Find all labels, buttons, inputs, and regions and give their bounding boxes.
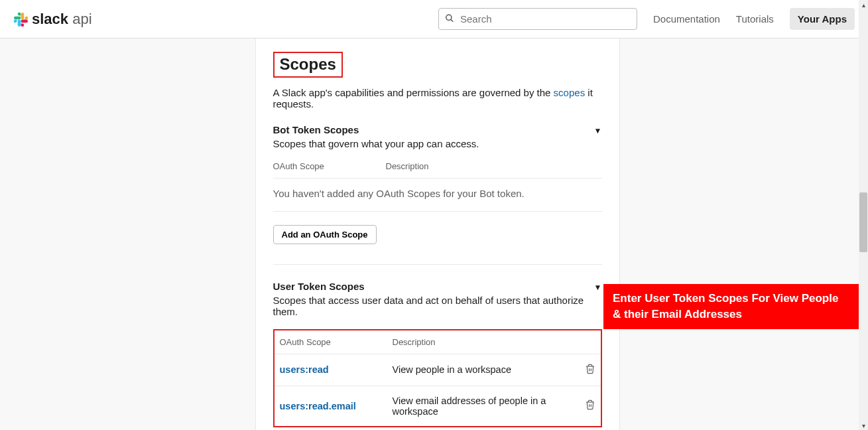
search-wrapper: [438, 8, 637, 30]
brand-sub: api: [72, 11, 92, 27]
user-scopes-subtitle: Scopes that access user data and act on …: [273, 295, 602, 317]
page-title: Scopes: [273, 52, 343, 78]
page-body: Scopes A Slack app's capabilities and pe…: [0, 38, 868, 430]
nav-documentation[interactable]: Documentation: [653, 13, 720, 25]
scroll-thumb[interactable]: [859, 192, 867, 252]
scopes-link[interactable]: scopes: [554, 87, 586, 98]
divider: [273, 264, 602, 265]
col-description: Description: [393, 337, 595, 347]
brand-main: slack: [32, 11, 68, 27]
scope-users-read-email-link[interactable]: users:read.email: [280, 401, 356, 411]
slack-api-logo[interactable]: slack api: [13, 11, 92, 28]
bot-scopes-subtitle: Scopes that govern what your app can acc…: [273, 138, 602, 149]
intro-text: A Slack app's capabilities and permissio…: [273, 87, 602, 109]
search-input[interactable]: [438, 8, 637, 30]
bot-table-header: OAuth Scope Description: [273, 161, 602, 179]
header-right: Documentation Tutorials Your Apps: [438, 8, 855, 30]
top-header: slack api Documentation Tutorials Your A…: [0, 0, 868, 38]
slack-icon: [13, 12, 28, 27]
trash-icon[interactable]: [585, 366, 595, 376]
scroll-down-icon[interactable]: ▾: [859, 421, 868, 430]
search-icon: [445, 13, 454, 25]
scroll-up-icon[interactable]: ▴: [859, 0, 868, 9]
scope-users-read-link[interactable]: users:read: [280, 364, 329, 375]
nav-your-apps[interactable]: Your Apps: [790, 8, 855, 30]
bot-empty-message: You haven't added any OAuth Scopes for y…: [273, 179, 602, 212]
user-table-header: OAuth Scope Description: [275, 330, 601, 354]
user-scopes-title: User Token Scopes: [273, 281, 365, 292]
user-scopes-header[interactable]: User Token Scopes ▼: [273, 281, 602, 295]
caret-down-icon: ▼: [594, 126, 602, 135]
svg-point-0: [446, 15, 452, 20]
col-description: Description: [386, 161, 602, 171]
bot-scopes-title: Bot Token Scopes: [273, 124, 359, 135]
scope-desc: View email addresses of people in a work…: [393, 395, 572, 417]
user-scopes-highlight: OAuth Scope Description users:read View …: [273, 329, 602, 427]
content-panel: Scopes A Slack app's capabilities and pe…: [255, 38, 620, 430]
add-bot-oauth-scope-button[interactable]: Add an OAuth Scope: [273, 225, 377, 244]
svg-line-1: [451, 19, 454, 22]
nav-tutorials[interactable]: Tutorials: [736, 13, 774, 25]
col-oauth-scope: OAuth Scope: [273, 161, 386, 171]
trash-icon[interactable]: [585, 401, 595, 412]
col-oauth-scope: OAuth Scope: [280, 337, 393, 347]
scope-desc: View people in a workspace: [393, 364, 572, 375]
scope-row: users:read.email View email addresses of…: [275, 386, 601, 426]
scope-row: users:read View people in a workspace: [275, 354, 601, 386]
caret-down-icon: ▼: [594, 283, 602, 292]
annotation-callout: Enter User Token Scopes For View People …: [603, 284, 859, 329]
scrollbar[interactable]: ▴ ▾: [859, 0, 868, 430]
bot-scopes-header[interactable]: Bot Token Scopes ▼: [273, 124, 602, 138]
